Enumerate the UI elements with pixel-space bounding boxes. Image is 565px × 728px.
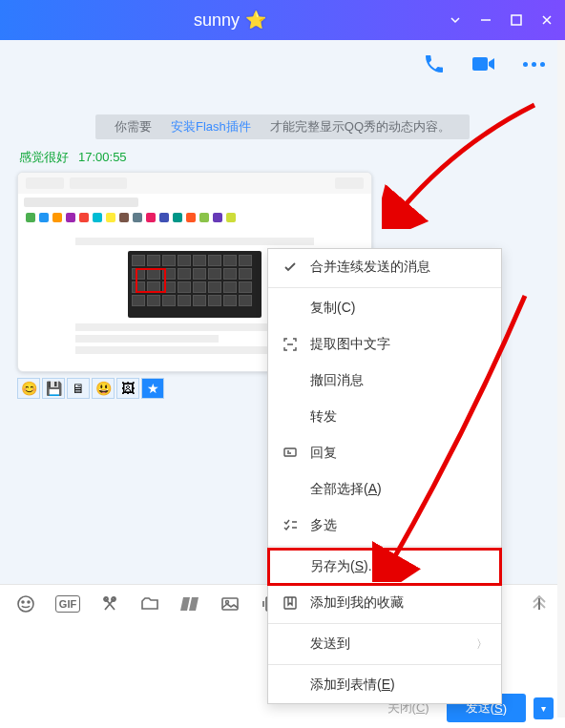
menu-label: 多选 xyxy=(310,517,337,534)
menu-send-to[interactable]: 发送到〉 xyxy=(268,626,501,662)
flash-install-link[interactable]: 安装Flash插件 xyxy=(161,115,261,137)
action-bar xyxy=(0,40,565,88)
menu-add-emoji[interactable]: 添加到表情(E) xyxy=(268,667,501,703)
menu-select-all[interactable]: 全部选择(A) xyxy=(268,471,501,508)
svg-rect-2 xyxy=(284,448,296,456)
send-dropdown-icon[interactable]: ▾ xyxy=(534,697,554,719)
menu-label: 回复 xyxy=(310,445,337,462)
menu-label: 提取图中文字 xyxy=(310,336,390,353)
emoji-picker-icon[interactable] xyxy=(15,593,36,614)
maximize-icon[interactable] xyxy=(510,13,523,27)
menu-merge-messages[interactable]: 合并连续发送的消息 xyxy=(268,249,501,285)
ocr-icon xyxy=(282,337,299,352)
reply-icon xyxy=(282,446,299,461)
star-action-icon[interactable]: ★ xyxy=(141,378,164,399)
chevron-right-icon: 〉 xyxy=(476,636,488,653)
svg-rect-9 xyxy=(222,598,238,610)
picture-icon[interactable] xyxy=(220,593,241,614)
send-file-icon[interactable] xyxy=(179,593,200,614)
multiselect-icon xyxy=(282,518,299,533)
message-meta: 感觉很好17:00:55 xyxy=(19,149,548,166)
notice-prefix: 你需要 xyxy=(105,115,161,137)
minimize-icon[interactable] xyxy=(479,13,492,27)
menu-forward[interactable]: 转发 xyxy=(268,399,501,435)
emoji-action-icon[interactable]: 😊 xyxy=(17,378,40,399)
menu-label: 添加到我的收藏 xyxy=(310,594,404,612)
check-icon xyxy=(282,260,299,275)
history-icon[interactable] xyxy=(529,593,550,614)
screen-action-icon[interactable]: 🖥 xyxy=(67,378,90,399)
context-menu: 合并连续发送的消息 复制(C) 提取图中文字 撤回消息 转发 回复 全部选择(A… xyxy=(267,248,502,704)
close-icon[interactable] xyxy=(540,13,554,27)
sender-name: 感觉很好 xyxy=(19,150,69,164)
menu-label: 撤回消息 xyxy=(310,372,364,389)
svg-rect-1 xyxy=(472,57,488,71)
flash-notice: 你需要安装Flash插件才能完整显示QQ秀的动态内容。 xyxy=(17,114,548,139)
voice-call-icon[interactable] xyxy=(422,52,447,76)
menu-save-as[interactable]: 另存为(S)... xyxy=(268,549,501,585)
svg-rect-0 xyxy=(512,15,521,25)
menu-recall[interactable]: 撤回消息 xyxy=(268,363,501,399)
contact-name: sunny xyxy=(194,10,240,31)
menu-label: 另存为(S)... xyxy=(310,558,379,575)
menu-label: 转发 xyxy=(310,408,337,426)
favorite-star-icon: ⭐ xyxy=(245,10,266,31)
video-call-icon[interactable] xyxy=(471,52,496,76)
window-title: sunny ⭐ xyxy=(11,10,449,31)
menu-label: 添加到表情(E) xyxy=(310,676,395,694)
message-time: 17:00:55 xyxy=(78,150,127,164)
window-controls xyxy=(449,13,554,27)
svg-point-6 xyxy=(28,601,30,603)
menu-label: 合并连续发送的消息 xyxy=(310,259,430,276)
menu-label: 复制(C) xyxy=(310,300,355,317)
svg-point-5 xyxy=(22,601,24,603)
menu-extract-text[interactable]: 提取图中文字 xyxy=(268,326,501,363)
menu-label: 发送到 xyxy=(310,635,350,653)
scrollbar-track[interactable] xyxy=(557,40,565,718)
image-action-icon[interactable]: 🖼 xyxy=(116,378,139,399)
save-action-icon[interactable]: 💾 xyxy=(42,378,65,399)
menu-reply[interactable]: 回复 xyxy=(268,435,501,471)
menu-multi-select[interactable]: 多选 xyxy=(268,508,501,544)
file-icon[interactable] xyxy=(139,593,160,614)
dropdown-icon[interactable] xyxy=(449,13,462,27)
smile-action-icon[interactable]: 😃 xyxy=(92,378,115,399)
menu-add-favorites[interactable]: 添加到我的收藏 xyxy=(268,585,501,621)
title-bar: sunny ⭐ xyxy=(0,0,565,40)
notice-suffix: 才能完整显示QQ秀的动态内容。 xyxy=(261,115,460,137)
gif-icon[interactable]: GIF xyxy=(55,595,80,613)
svg-point-4 xyxy=(18,596,33,612)
menu-label: 全部选择(A) xyxy=(310,481,382,498)
screenshot-icon[interactable] xyxy=(99,593,120,614)
menu-copy[interactable]: 复制(C) xyxy=(268,290,501,326)
bookmark-icon xyxy=(282,595,299,611)
more-icon[interactable] xyxy=(521,52,546,76)
